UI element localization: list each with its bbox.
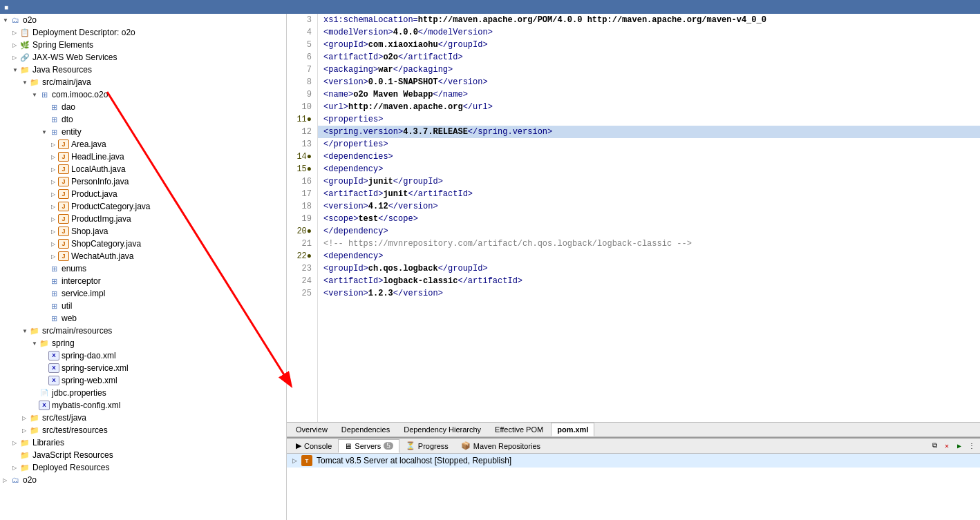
tree-icon-pkg: ⊞ xyxy=(48,102,59,113)
tree-label-src-main-java: src/main/java xyxy=(42,77,91,87)
tree-item-com-imooc-o2o[interactable]: ▼⊞com.imooc.o2o xyxy=(0,88,286,101)
tree-item-area-java[interactable]: ▷JArea.java xyxy=(0,138,286,151)
tree-icon-pkg: ⊞ xyxy=(48,263,59,274)
tree-item-entity[interactable]: ▼⊞entity xyxy=(0,126,286,138)
tree-item-web[interactable]: ⊞web xyxy=(0,312,286,325)
tree-item-spring-elements[interactable]: ▷🌿Spring Elements xyxy=(0,39,286,51)
tree-item-service-impl[interactable]: ⊞service.impl xyxy=(0,287,286,300)
tree-item-headline-java[interactable]: ▷JHeadLine.java xyxy=(0,151,286,163)
tree-item-spring-folder[interactable]: ▼📁spring xyxy=(0,337,286,349)
tree-item-product-java[interactable]: ▷JProduct.java xyxy=(0,188,286,200)
tree-icon-folder: 📁 xyxy=(19,64,30,75)
code-line: <modelVersion>4.0.0</modelVersion> xyxy=(318,26,980,39)
tree-icon-java: J xyxy=(58,214,69,224)
bottom-tab-progress[interactable]: ⏳Progress xyxy=(399,439,455,453)
tree-label-jax-ws: JAX-WS Web Services xyxy=(32,52,117,62)
editor-tab-pom-xml[interactable]: pom.xml xyxy=(551,423,594,436)
title-icon: ■ xyxy=(4,3,8,11)
tree-item-src-test-java[interactable]: ▷📁src/test/java xyxy=(0,412,286,424)
tree-icon-folder: 📁 xyxy=(29,325,40,336)
tree-item-jax-ws[interactable]: ▷🔗JAX-WS Web Services xyxy=(0,51,286,64)
tree-item-o2o-root[interactable]: ▼🗂o2o xyxy=(0,14,286,26)
tree-icon-pkg: ⊞ xyxy=(48,276,59,287)
line-number: 14● xyxy=(292,151,312,163)
tree-item-java-resources[interactable]: ▼📁Java Resources xyxy=(0,64,286,76)
tree-item-src-test-resources[interactable]: ▷📁src/test/resources xyxy=(0,424,286,436)
tree-icon-folder: 📁 xyxy=(29,425,40,436)
code-line: <version>0.0.1-SNAPSHOT</version> xyxy=(318,76,980,88)
tree-icon-project: 🗂 xyxy=(10,474,21,485)
tree-item-personinfo-java[interactable]: ▷JPersonInfo.java xyxy=(0,175,286,188)
tree-item-dao[interactable]: ⊞dao xyxy=(0,101,286,113)
tree-icon-pkg: ⊞ xyxy=(48,288,59,299)
tree-item-localauth-java[interactable]: ▷JLocalAuth.java xyxy=(0,163,286,175)
tree-item-spring-web-xml[interactable]: Xspring-web.xml xyxy=(0,374,286,387)
line-number: 24 xyxy=(292,275,312,287)
tree-icon-pkg: ⊞ xyxy=(48,126,59,137)
tree-icon-ws: 🔗 xyxy=(19,52,30,63)
line-number: 12 xyxy=(292,126,312,138)
tree-item-mybatis-config[interactable]: Xmybatis-config.xml xyxy=(0,399,286,412)
tree-label-shopcategory-java: ShopCategory.java xyxy=(71,239,141,249)
tree-label-web: web xyxy=(62,314,77,323)
tree-item-wechatauth-java[interactable]: ▷JWechatAuth.java xyxy=(0,250,286,262)
tree-item-src-main-resources[interactable]: ▼📁src/main/resources xyxy=(0,325,286,337)
tree-label-interceptor: interceptor xyxy=(62,276,101,286)
line-number: 3 xyxy=(292,14,312,26)
bottom-tab-label-progress: Progress xyxy=(418,442,449,450)
tree-item-spring-service-xml[interactable]: Xspring-service.xml xyxy=(0,362,286,374)
editor-tab-effective-pom[interactable]: Effective POM xyxy=(489,423,549,436)
server-item[interactable]: ▷TTomcat v8.5 Server at localhost [Stopp… xyxy=(287,454,980,468)
menu-button[interactable]: ⋮ xyxy=(966,441,977,452)
run-button[interactable]: ▶ xyxy=(954,441,965,452)
tree-icon-folder: 📁 xyxy=(29,412,40,423)
bottom-tab-label-maven-repos: Maven Repositories xyxy=(473,442,540,450)
bottom-tab-maven-repos[interactable]: 📦Maven Repositories xyxy=(455,439,547,453)
tree-icon-pkg: ⊞ xyxy=(48,313,59,324)
tree-item-enums[interactable]: ⊞enums xyxy=(0,262,286,275)
tree-item-src-main-java[interactable]: ▼📁src/main/java xyxy=(0,76,286,88)
server-expand-arrow[interactable]: ▷ xyxy=(292,457,297,464)
tree-icon-props: 📄 xyxy=(39,387,50,398)
tree-label-src-main-resources: src/main/resources xyxy=(42,326,112,336)
line-number: 9 xyxy=(292,88,312,101)
file-tree: ▼🗂o2o▷📋Deployment Descriptor: o2o▷🌿Sprin… xyxy=(0,14,287,520)
editor-tab-dependency-hierarchy[interactable]: Dependency Hierarchy xyxy=(397,423,487,436)
stop-button[interactable]: ✕ xyxy=(941,441,952,452)
line-number: 11● xyxy=(292,113,312,126)
tree-icon-folder: 📁 xyxy=(29,77,40,88)
code-line: <scope>test</scope> xyxy=(318,213,980,225)
tree-item-libraries[interactable]: ▷📁Libraries xyxy=(0,436,286,449)
bottom-tab-console[interactable]: ▶Console xyxy=(290,439,338,453)
editor-tab-dependencies[interactable]: Dependencies xyxy=(335,423,396,436)
tree-item-interceptor[interactable]: ⊞interceptor xyxy=(0,275,286,287)
bottom-tab-servers[interactable]: 🖥Servers5 xyxy=(338,439,399,453)
tree-item-spring-dao-xml[interactable]: Xspring-dao.xml xyxy=(0,349,286,362)
tree-item-productcategory-java[interactable]: ▷JProductCategory.java xyxy=(0,200,286,213)
editor-tab-overview[interactable]: Overview xyxy=(290,423,334,436)
code-line: </properties> xyxy=(318,138,980,151)
tree-label-headline-java: HeadLine.java xyxy=(71,152,124,162)
tree-item-jdbc-props[interactable]: 📄jdbc.properties xyxy=(0,387,286,399)
tree-icon-xml: X xyxy=(48,376,59,385)
line-number: 7 xyxy=(292,64,312,76)
copy-button[interactable]: ⧉ xyxy=(929,441,940,452)
tree-label-productimg-java: ProductImg.java xyxy=(71,214,131,224)
tree-icon-xml: X xyxy=(48,363,59,373)
tree-item-shopcategory-java[interactable]: ▷JShopCategory.java xyxy=(0,238,286,250)
line-number: 10 xyxy=(292,101,312,113)
tree-label-o2o-root: o2o xyxy=(23,15,37,25)
tree-item-shop-java[interactable]: ▷JShop.java xyxy=(0,225,286,238)
tree-item-dto[interactable]: ⊞dto xyxy=(0,113,286,126)
tree-icon-java: J xyxy=(58,164,69,174)
tree-item-o2o-bottom[interactable]: ▷🗂o2o xyxy=(0,474,286,486)
tree-item-javascript-resources[interactable]: 📁JavaScript Resources xyxy=(0,449,286,461)
bottom-tab-label-console: Console xyxy=(304,442,332,450)
line-number: 4 xyxy=(292,26,312,39)
tree-item-productimg-java[interactable]: ▷JProductImg.java xyxy=(0,213,286,225)
tree-icon-folder: 📁 xyxy=(19,462,30,473)
tree-item-deployed-resources[interactable]: ▷📁Deployed Resources xyxy=(0,461,286,474)
tree-item-deployment[interactable]: ▷📋Deployment Descriptor: o2o xyxy=(0,26,286,39)
tree-icon-folder: 📁 xyxy=(39,338,50,349)
tree-item-util[interactable]: ⊞util xyxy=(0,300,286,312)
